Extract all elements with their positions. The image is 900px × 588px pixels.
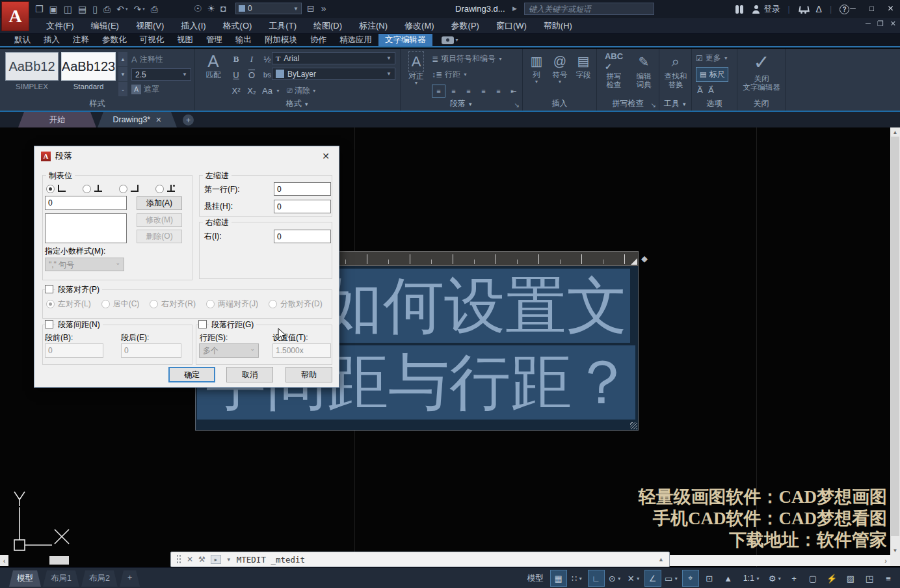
menu-parametric[interactable]: 参数(P): [443, 18, 488, 33]
panel-title-format[interactable]: 格式 ▼: [195, 98, 400, 109]
columns-button[interactable]: ▥ 列 ▼: [525, 51, 548, 84]
ruler-toggle-button[interactable]: ▤ 标尺: [696, 67, 728, 82]
tab-stops-list[interactable]: [45, 213, 127, 243]
isolate-objects-icon[interactable]: ▢: [804, 570, 821, 587]
scroll-down-icon[interactable]: ▼: [890, 546, 900, 555]
modify-tab-button[interactable]: 修改(M): [137, 213, 182, 227]
wrench-icon[interactable]: ⚒: [198, 555, 205, 564]
annotative-button[interactable]: A 注释性: [131, 54, 163, 65]
align-justify-radio[interactable]: 两端对齐(J): [206, 299, 258, 310]
ribbon-tab-home[interactable]: 默认: [8, 34, 37, 46]
underline-button[interactable]: U: [229, 68, 243, 81]
layout-tab-model[interactable]: 模型: [9, 570, 41, 587]
dynamic-input-icon[interactable]: ▭▼: [663, 570, 680, 587]
set-value-input[interactable]: [272, 343, 331, 358]
subscript-button[interactable]: X₂: [245, 84, 259, 97]
open-file-icon[interactable]: ❒: [35, 4, 44, 14]
first-line-input[interactable]: [274, 182, 331, 196]
menu-dimension[interactable]: 标注(N): [351, 18, 396, 33]
panel-title-tools[interactable]: 工具 ▼: [659, 98, 691, 109]
vertical-scrollbar[interactable]: ▲ ▼: [890, 127, 900, 555]
ribbon-tab-featured-apps[interactable]: 精选应用: [333, 34, 378, 46]
spellcheck-dialog-launcher[interactable]: ↘: [651, 101, 656, 109]
ribbon-tab-insert[interactable]: 插入: [37, 34, 66, 46]
scroll-left-icon[interactable]: ‹: [0, 555, 8, 566]
change-case-button[interactable]: Aa: [260, 84, 274, 97]
close-button[interactable]: ✕: [881, 0, 900, 17]
find-replace-button[interactable]: ⌕ 查找和替换: [661, 51, 690, 89]
workspace-settings-icon[interactable]: ⚙▼: [767, 570, 784, 587]
more-tools-icon[interactable]: »: [321, 3, 326, 14]
ribbon-tab-annotate[interactable]: 注释: [66, 34, 96, 46]
ribbon-tab-view[interactable]: 视图: [170, 34, 200, 46]
new-drawing-tab-button[interactable]: +: [183, 114, 194, 126]
spacing-type-combo[interactable]: 多个 ⌄: [199, 343, 259, 358]
text-style-standard[interactable]: AaBb123: [61, 52, 116, 81]
ribbon-tab-manage[interactable]: 管理: [200, 34, 229, 46]
align-center-radio[interactable]: 居中(C): [101, 299, 140, 310]
clear-formatting-button[interactable]: ⎚ 清除 ▼: [287, 84, 317, 97]
help-button[interactable]: 帮助: [285, 367, 332, 382]
panel-title-style[interactable]: 样式: [0, 98, 194, 109]
panel-title-paragraph[interactable]: 段落 ▼: [401, 98, 522, 109]
ribbon-tab-output[interactable]: 输出: [229, 34, 258, 46]
layout-tab-layout1[interactable]: 布局1: [43, 570, 79, 587]
gallery-down-icon[interactable]: ▼: [118, 67, 127, 81]
spell-check-button[interactable]: ABC✓ 拼写检查: [600, 51, 628, 89]
bold-button[interactable]: B: [229, 53, 243, 66]
ortho-mode-icon[interactable]: ∟: [588, 570, 605, 587]
align-left-button[interactable]: ≡: [432, 85, 445, 98]
object-snap-tracking-icon[interactable]: ∠: [644, 570, 661, 587]
align-right-button[interactable]: ≡: [462, 85, 475, 98]
3d-object-snap-icon[interactable]: ⊡: [701, 570, 718, 587]
align-left-radio[interactable]: 左对齐(L): [46, 299, 91, 310]
before-input[interactable]: [45, 343, 103, 358]
menu-window[interactable]: 窗口(W): [488, 18, 535, 33]
line-spacing-checkbox[interactable]: [198, 320, 207, 328]
command-history-icon[interactable]: ▲: [658, 556, 664, 563]
menu-file[interactable]: 文件(F): [38, 18, 83, 33]
ribbon-tab-addins[interactable]: 附加模块: [258, 34, 304, 46]
sign-in-button[interactable]: 登录: [752, 4, 780, 15]
layer-combo[interactable]: 0 ▼: [235, 3, 302, 14]
file-tab-drawing3[interactable]: Drawing3* ✕: [98, 112, 177, 127]
menu-draw[interactable]: 绘图(D): [305, 18, 351, 33]
ribbon-tab-collaborate[interactable]: 协作: [304, 34, 333, 46]
lock-icon[interactable]: ◘: [220, 3, 226, 14]
menu-insert[interactable]: 插入(I): [172, 18, 214, 33]
cancel-button[interactable]: 取消: [226, 367, 273, 382]
minimize-button[interactable]: ─: [843, 0, 862, 17]
indent-slider[interactable]: [631, 258, 637, 265]
align-distribute-button[interactable]: ≡: [492, 85, 505, 98]
model-space-button[interactable]: 模型: [523, 570, 548, 587]
close-text-editor-button[interactable]: ✓ 关闭文字编辑器: [739, 50, 784, 92]
clean-screen-icon[interactable]: ◳: [861, 570, 878, 587]
graphics-performance-icon[interactable]: ⚡: [823, 570, 840, 587]
command-line[interactable]: ✕ ⚒ ▸ ▼ MTEDIT _mtedit ▲: [170, 552, 670, 567]
tab-decimal-radio[interactable]: [155, 185, 164, 193]
bullets-button[interactable]: ≣ 项目符号和编号 ▼: [432, 53, 503, 64]
dialog-close-button[interactable]: ✕: [318, 150, 334, 163]
polar-tracking-icon[interactable]: ⊙▼: [607, 570, 624, 587]
color-combo[interactable]: ByLayer ▼: [272, 68, 395, 80]
new-layout-button[interactable]: +: [120, 570, 140, 587]
crosshair-icon[interactable]: +: [786, 570, 802, 587]
decimal-style-combo[interactable]: "," 句号 ⌄: [45, 258, 124, 271]
app-logo[interactable]: A: [1, 1, 29, 31]
title-expand-arrow-icon[interactable]: ▶: [512, 5, 517, 12]
monitor-icon[interactable]: ⊟: [307, 3, 315, 14]
tab-position-input[interactable]: [45, 196, 127, 210]
ribbon-tab-visualize[interactable]: 可视化: [133, 34, 171, 46]
save-as-icon[interactable]: ◫: [64, 4, 72, 14]
vertical-scroll-thumb[interactable]: [891, 137, 899, 536]
menu-tools[interactable]: 工具(T): [260, 18, 305, 33]
paragraph-spacing-checkbox[interactable]: [45, 320, 53, 328]
text-height-combo[interactable]: 2.5 ▼: [131, 68, 191, 81]
menu-modify[interactable]: 修改(M): [396, 18, 443, 33]
lighting-icon[interactable]: ☉: [194, 3, 202, 14]
file-tab-start[interactable]: 开始: [18, 112, 96, 127]
scroll-up-icon[interactable]: ▲: [890, 127, 900, 137]
command-text[interactable]: MTEDIT _mtedit: [237, 555, 305, 565]
annotation-scale-button[interactable]: 1:1▼: [739, 570, 765, 587]
ok-button[interactable]: 确定: [168, 367, 215, 382]
